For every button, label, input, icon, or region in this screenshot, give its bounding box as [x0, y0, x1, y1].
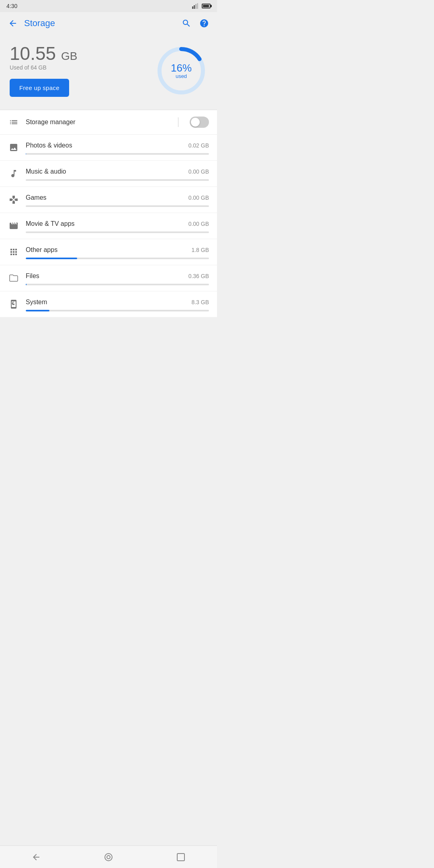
storage-item-files[interactable]: Files 0.36 GB	[0, 265, 217, 291]
movie-size: 0.00 GB	[188, 221, 209, 227]
games-icon	[8, 195, 19, 205]
donut-used-label: used	[171, 73, 192, 79]
storage-item-games[interactable]: Games 0.00 GB	[0, 187, 217, 213]
system-size: 8.3 GB	[191, 299, 209, 305]
movie-name: Movie & TV apps	[26, 220, 75, 227]
search-button[interactable]	[178, 15, 194, 31]
app-bar-actions	[178, 15, 212, 31]
storage-donut-chart: 16% used	[155, 45, 207, 97]
app-bar: Storage	[0, 12, 217, 35]
files-icon	[8, 273, 19, 283]
files-size: 0.36 GB	[188, 273, 209, 279]
free-up-space-button[interactable]: Free up space	[10, 79, 69, 97]
system-progress-fill	[26, 310, 49, 311]
back-button[interactable]	[5, 15, 21, 31]
storage-manager-row[interactable]: Storage manager	[0, 110, 217, 135]
photos-icon	[8, 143, 19, 152]
photos-size: 0.02 GB	[188, 142, 209, 149]
music-icon	[8, 169, 19, 178]
storage-total-label: Used of 64 GB	[10, 64, 77, 71]
donut-percent: 16%	[171, 62, 192, 73]
manager-divider	[178, 117, 178, 127]
svg-rect-1	[194, 5, 195, 9]
donut-center: 16% used	[171, 62, 192, 79]
games-name: Games	[26, 194, 47, 201]
help-button[interactable]	[196, 15, 212, 31]
system-name: System	[26, 299, 47, 306]
games-content: Games 0.00 GB	[26, 194, 209, 207]
apps-icon	[8, 247, 19, 257]
svg-rect-2	[195, 4, 197, 9]
system-icon	[8, 299, 19, 309]
photos-content: Photos & videos 0.02 GB	[26, 142, 209, 155]
storage-item-other-apps[interactable]: Other apps 1.8 GB	[0, 239, 217, 265]
status-time: 4:30	[6, 3, 17, 9]
search-icon	[182, 18, 191, 28]
battery-icon	[202, 4, 211, 8]
system-progress-bg	[26, 310, 209, 311]
music-content: Music & audio 0.00 GB	[26, 168, 209, 181]
music-name: Music & audio	[26, 168, 66, 175]
other-apps-progress-fill	[26, 258, 77, 259]
photos-progress-fill	[26, 153, 26, 155]
photos-name: Photos & videos	[26, 142, 72, 149]
music-size: 0.00 GB	[188, 168, 209, 175]
other-apps-name: Other apps	[26, 246, 57, 254]
signal-icon	[192, 3, 199, 9]
games-progress-bg	[26, 205, 209, 207]
page-title: Storage	[24, 18, 175, 29]
storage-item-music[interactable]: Music & audio 0.00 GB	[0, 161, 217, 187]
music-progress-bg	[26, 179, 209, 181]
files-name: Files	[26, 272, 39, 280]
status-bar: 4:30	[0, 0, 217, 12]
system-content: System 8.3 GB	[26, 299, 209, 311]
manager-list-icon	[9, 117, 18, 127]
storage-manager-toggle[interactable]	[190, 117, 209, 128]
help-icon	[199, 18, 209, 28]
storage-item-system[interactable]: System 8.3 GB	[0, 291, 217, 317]
storage-item-photos[interactable]: Photos & videos 0.02 GB	[0, 135, 217, 161]
other-apps-size: 1.8 GB	[191, 247, 209, 253]
svg-rect-3	[197, 3, 198, 9]
svg-rect-0	[192, 6, 193, 9]
storage-manager-label: Storage manager	[26, 119, 172, 126]
list-section: Storage manager Photos & videos 0.02 GB	[0, 110, 217, 317]
status-icons	[192, 3, 211, 9]
storage-used-amount: 10.55 GB	[10, 44, 77, 63]
games-size: 0.00 GB	[188, 194, 209, 201]
files-progress-fill	[26, 284, 27, 285]
movie-icon	[8, 221, 19, 231]
other-apps-progress-bg	[26, 258, 209, 259]
summary-left: 10.55 GB Used of 64 GB Free up space	[10, 44, 77, 97]
summary-section: 10.55 GB Used of 64 GB Free up space 16%…	[0, 35, 217, 110]
photos-progress-bg	[26, 153, 209, 155]
files-progress-bg	[26, 284, 209, 285]
back-icon	[8, 18, 18, 28]
movie-content: Movie & TV apps 0.00 GB	[26, 220, 209, 233]
other-apps-content: Other apps 1.8 GB	[26, 246, 209, 259]
storage-manager-icon	[8, 117, 19, 127]
files-content: Files 0.36 GB	[26, 272, 209, 285]
storage-item-movie[interactable]: Movie & TV apps 0.00 GB	[0, 213, 217, 239]
movie-progress-bg	[26, 231, 209, 233]
